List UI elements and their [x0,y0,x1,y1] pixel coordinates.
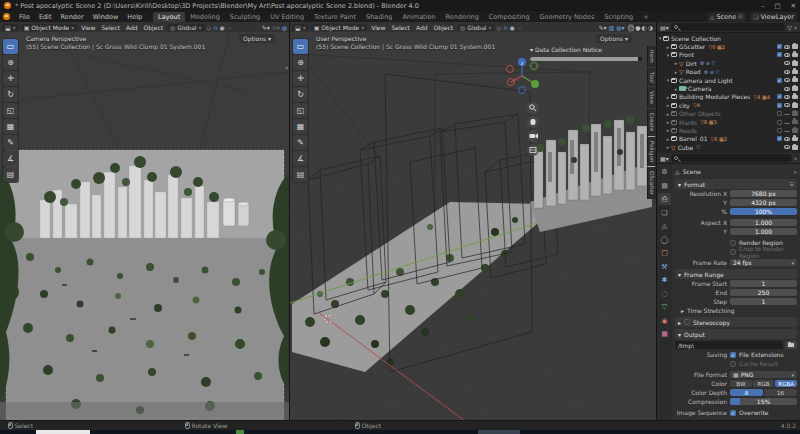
overlays-dropdown-icon[interactable]: ◍▾ [616,24,624,31]
color-rgb-button[interactable]: RGB [753,380,775,388]
props-tab-particles[interactable]: ✱ [658,274,671,286]
overwrite-checkbox[interactable]: ✓ [730,410,736,416]
sidebar-arrow-icon[interactable]: ‹ [285,64,288,72]
snap-magnet-icon[interactable]: ∩ [213,24,217,31]
view-layer-selector[interactable]: ❏ ViewLayer [750,12,797,22]
render-visibility-icon[interactable] [792,145,798,150]
falloff-icon[interactable]: ~ [517,24,522,31]
overlays-toggle-icon[interactable]: ◍ [282,24,287,31]
eye-icon[interactable] [784,87,790,91]
props-tab-texture[interactable]: ▦ [658,328,671,340]
orientation-dropdown[interactable]: ◎Global▾ [167,24,204,31]
props-tab-material[interactable]: ◉ [658,315,671,327]
scene-selector[interactable]: ◬ Scene ⎘ [707,12,746,22]
menu-object[interactable]: Object [432,24,456,31]
tool-scale[interactable]: ◱ [293,103,308,118]
workspace-tab-modeling[interactable]: Modeling [185,12,225,22]
tool-annotate[interactable]: ✎ [293,135,308,150]
frame-rate-dropdown[interactable]: 24 fps▾ [730,259,797,267]
props-tab-view-layer[interactable]: ❏ [658,207,671,219]
render-visibility-icon[interactable] [792,128,798,133]
menu-file[interactable]: File [15,13,34,21]
browse-folder-button[interactable] [785,341,797,349]
orientation-dropdown[interactable]: ◎Global▾ [457,24,494,31]
close-button[interactable]: ✕ [791,2,796,10]
props-tab-world[interactable]: ◯ [658,234,671,246]
panel-format[interactable]: ▾Format ☰ [675,179,797,189]
tool-cursor[interactable]: ⊕ [3,55,18,70]
tool-rotate[interactable]: ↻ [3,87,18,102]
properties-editor-icon[interactable]: ▦▾ [660,155,669,162]
eye-closed-icon[interactable] [784,112,790,115]
workspace-tab-animation[interactable]: Animation [397,12,440,22]
sidebar-tab-poliigon[interactable]: Poliigon [647,137,656,166]
gizmo-dropdown-icon[interactable]: ⊙▾ [272,24,280,31]
outliner-row-scene-collection[interactable]: ▾ Scene Collection [657,34,800,42]
frame-step-field[interactable]: 1 [730,298,797,306]
resolution-x-field[interactable]: 7680 px [730,190,797,198]
outliner-row-camera[interactable]: ▸ Camera [657,84,800,92]
props-tab-output[interactable]: ⎙ [658,193,671,205]
props-tab-object-data[interactable]: ▽ [658,301,671,313]
annotate-dropdown-icon[interactable]: ✎▾ [262,24,270,31]
workspace-tab-rendering[interactable]: Rendering [441,12,484,22]
file-extensions-checkbox[interactable]: ✓ [730,352,736,358]
panel-time-stretching[interactable]: ▸Time Stretching [675,306,797,315]
options-button[interactable]: Options ▾ [239,34,275,43]
depth-16-button[interactable]: 16 [764,389,797,397]
checkbox-icon[interactable]: ✓ [777,94,782,99]
menu-render[interactable]: Render [56,13,87,21]
panel-stereoscopy[interactable]: ▸Stereoscopy [675,317,797,327]
sidebar-tab-item[interactable]: Item [647,46,656,67]
resolution-y-field[interactable]: 4320 px [730,199,797,207]
camera-view-button[interactable] [527,130,539,142]
tool-add-cube[interactable]: ▤ [293,167,308,182]
outliner-search-input[interactable] [671,23,786,31]
outliner-row-city[interactable]: ▸ city ▽4 ✓ [657,101,800,109]
outliner-row-front[interactable]: ▾ Front ✓ [657,51,800,59]
snap-magnet-icon[interactable]: ∩ [503,24,507,31]
frame-start-field[interactable]: 1 [730,280,797,288]
editor-type-button[interactable]: ⬓▾ [2,24,19,31]
workspace-tab-geometry-nodes[interactable]: Geometry Nodes [535,12,600,22]
tool-annotate[interactable]: ✎ [3,135,18,150]
workspace-tab-texture-paint[interactable]: Texture Paint [309,12,361,22]
outliner-editor-icon[interactable]: ▤▾ [660,24,669,31]
filter-icon[interactable]: ▽ [787,24,792,31]
workspace-tab-shading[interactable]: Shading [361,12,397,22]
tool-cursor[interactable]: ⊕ [293,55,308,70]
checkbox-icon[interactable]: ✓ [777,78,782,83]
properties-search-input[interactable] [671,154,792,162]
workspace-tab-compositing[interactable]: Compositing [484,12,535,22]
menu-window[interactable]: Window [89,13,123,21]
eye-closed-icon[interactable] [784,129,790,132]
render-visibility-icon[interactable] [792,61,798,66]
crop-checkbox[interactable] [730,249,736,255]
color-bw-button[interactable]: BW [730,380,752,388]
workspace-tab-layout[interactable]: Layout [153,12,185,22]
render-visibility-icon[interactable] [792,111,798,116]
outliner-row-camera-and-light[interactable]: ▾ Camera and Light ✓ [657,76,800,84]
shading-rendered-icon[interactable]: ◑ [648,24,653,31]
annotate-dropdown-icon[interactable]: ✎▾ [599,24,607,31]
proportional-editing-icon[interactable]: ◉ [220,24,225,31]
tool-transform[interactable]: ▦ [3,119,18,134]
aspect-x-field[interactable]: 1.000 [730,219,797,227]
tool-transform[interactable]: ▦ [293,119,308,134]
checkbox-icon[interactable]: ✓ [777,44,782,49]
panel-output[interactable]: ▾Output [675,329,797,339]
menu-edit[interactable]: Edit [35,13,56,21]
tool-move[interactable]: ✛ [293,71,308,86]
outliner-row-other-objects[interactable]: ▸ Other Objects [657,110,800,118]
sidebar-tab-gscatter[interactable]: GScatter [647,167,656,199]
eye-icon[interactable] [784,45,790,49]
properties-options-icon[interactable]: ▾ [794,155,797,162]
outliner-options-icon[interactable]: ▾ [794,24,797,31]
tool-add-cube[interactable]: ▤ [3,167,18,182]
menu-view[interactable]: View [79,24,97,31]
shading-material-icon[interactable]: ◐ [642,24,647,31]
eye-closed-icon[interactable] [784,121,790,124]
menu-view[interactable]: View [369,24,387,31]
tool-measure[interactable]: ∡ [293,151,308,166]
menu-add[interactable]: Add [124,24,140,31]
